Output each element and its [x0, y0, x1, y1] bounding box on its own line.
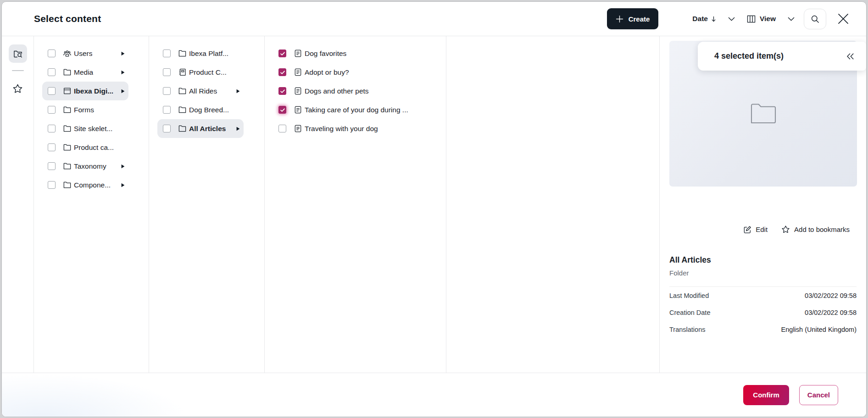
item-label: Adopt or buy?: [305, 68, 349, 77]
item-checkbox[interactable]: [278, 68, 286, 76]
star-icon: [12, 83, 23, 94]
item-label: Taking care of your dog during ...: [305, 106, 408, 114]
close-button[interactable]: [837, 13, 849, 25]
item-checkbox[interactable]: [48, 162, 56, 170]
tree-item[interactable]: Dogs and other pets: [273, 82, 443, 100]
sort-chevron-down-icon[interactable]: [728, 17, 735, 21]
modal-header: Select content Create Date View: [2, 2, 866, 36]
tree-item[interactable]: Ibexa Platf...: [157, 44, 244, 63]
expand-arrow-icon[interactable]: [236, 126, 240, 131]
select-content-modal: Select content Create Date View: [1, 1, 867, 417]
folder-icon: [63, 105, 72, 114]
item-label: Site skelet...: [74, 125, 112, 133]
tree-item[interactable]: Taxonomy: [42, 157, 128, 176]
item-label: Compone...: [74, 181, 111, 189]
item-checkbox[interactable]: [163, 68, 171, 76]
meta-value: English (United Kingdom): [781, 326, 857, 333]
modal-footer: Confirm Cancel: [2, 373, 866, 417]
item-checkbox[interactable]: [278, 106, 286, 114]
item-title: All Articles: [669, 255, 711, 265]
item-metadata: Last Modified03/02/2022 09:58Creation Da…: [669, 286, 857, 338]
sort-dropdown[interactable]: Date: [692, 15, 716, 23]
article-icon: [294, 124, 302, 133]
tree-item[interactable]: All Articles: [157, 119, 244, 138]
folder-icon: [63, 162, 72, 170]
view-chevron-down-icon[interactable]: [788, 17, 795, 21]
expand-arrow-icon[interactable]: [121, 89, 125, 94]
collapse-panel-button[interactable]: [846, 53, 854, 60]
tree-item[interactable]: Taking care of your dog during ...: [273, 100, 443, 119]
tree-item[interactable]: All Rides: [157, 82, 244, 100]
expand-arrow-icon[interactable]: [121, 70, 125, 75]
tree-column: [446, 36, 660, 373]
catalog-icon: [178, 68, 187, 77]
item-checkbox[interactable]: [48, 181, 56, 189]
item-label: Forms: [74, 106, 94, 114]
tree-item[interactable]: Site skelet...: [42, 119, 128, 138]
view-label: View: [760, 15, 776, 23]
edit-icon: [743, 226, 751, 234]
selected-count-label: 4 selected item(s): [714, 51, 784, 61]
bookmarks-button[interactable]: [9, 79, 27, 98]
double-chevron-left-icon: [846, 53, 854, 60]
tree-item[interactable]: Users: [42, 44, 128, 63]
search-button[interactable]: [804, 9, 826, 29]
folder-preview-icon: [750, 103, 777, 125]
item-label: Users: [74, 50, 92, 58]
view-dropdown[interactable]: View: [747, 15, 776, 23]
search-icon: [811, 15, 819, 23]
tree-item[interactable]: Media: [42, 63, 128, 82]
users-icon: [63, 49, 72, 58]
columns-view-icon: [747, 15, 756, 23]
item-checkbox[interactable]: [163, 125, 171, 132]
edit-button[interactable]: Edit: [743, 225, 768, 234]
expand-arrow-icon[interactable]: [236, 89, 240, 94]
tree-item[interactable]: Compone...: [42, 176, 128, 194]
tree-item[interactable]: Adopt or buy?: [273, 63, 443, 82]
item-checkbox[interactable]: [278, 50, 286, 57]
expand-arrow-icon[interactable]: [121, 51, 125, 56]
expand-arrow-icon[interactable]: [121, 183, 125, 187]
tree-item[interactable]: Dog Breed...: [157, 100, 244, 119]
item-checkbox[interactable]: [48, 106, 56, 114]
item-checkbox[interactable]: [278, 87, 286, 95]
browse-button[interactable]: [9, 44, 27, 63]
tree-item[interactable]: Forms: [42, 100, 128, 119]
meta-label: Translations: [669, 326, 705, 333]
meta-row: Last Modified03/02/2022 09:58: [669, 287, 857, 304]
add-to-bookmarks-button[interactable]: Add to bookmarks: [781, 225, 850, 234]
tree-item[interactable]: Product C...: [157, 63, 244, 82]
item-checkbox[interactable]: [163, 50, 171, 57]
tree-item[interactable]: Product ca...: [42, 138, 128, 157]
create-button[interactable]: Create: [607, 8, 659, 29]
item-checkbox[interactable]: [163, 106, 171, 114]
confirm-button[interactable]: Confirm: [743, 385, 789, 405]
meta-label: Creation Date: [669, 309, 710, 316]
folder-icon: [178, 49, 187, 58]
item-checkbox[interactable]: [163, 87, 171, 95]
folder-search-icon: [13, 49, 23, 59]
item-checkbox[interactable]: [48, 125, 56, 132]
tree-item[interactable]: Dog favorites: [273, 44, 443, 63]
item-label: Taxonomy: [74, 162, 106, 170]
article-icon: [294, 105, 302, 114]
item-label: Ibexa Platf...: [189, 50, 228, 58]
item-label: Product ca...: [74, 143, 114, 152]
item-checkbox[interactable]: [48, 143, 56, 151]
create-button-label: Create: [629, 15, 650, 23]
bookmark-button-label: Add to bookmarks: [794, 226, 850, 233]
expand-arrow-icon[interactable]: [121, 164, 125, 169]
tree-column: Dog favoritesAdopt or buy?Dogs and other…: [265, 36, 446, 373]
item-label: Media: [74, 68, 93, 77]
item-checkbox[interactable]: [48, 87, 56, 95]
item-checkbox[interactable]: [48, 68, 56, 76]
item-checkbox[interactable]: [278, 125, 286, 132]
item-label: Dog Breed...: [189, 106, 229, 114]
close-icon: [837, 13, 849, 25]
cancel-button[interactable]: Cancel: [799, 385, 838, 405]
tree-item[interactable]: Traveling with your dog: [273, 119, 443, 138]
tree-item[interactable]: Ibexa Digi...: [42, 82, 128, 100]
modal-title: Select content: [34, 13, 101, 24]
item-checkbox[interactable]: [48, 50, 56, 57]
tree-column: UsersMediaIbexa Digi...FormsSite skelet.…: [34, 36, 149, 373]
